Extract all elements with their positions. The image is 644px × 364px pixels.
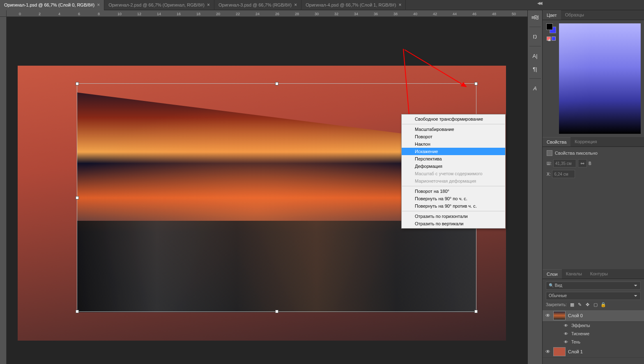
layer-row[interactable]: 👁 Слой 1 — [543, 346, 644, 358]
lock-transparency-icon[interactable]: ▩ — [569, 302, 575, 308]
height-label: В — [589, 161, 591, 166]
lock-artboard-icon[interactable]: ▢ — [593, 302, 598, 308]
lock-all-icon[interactable]: 🔒 — [600, 302, 606, 308]
properties-panel: Свойства пиксельно Ш: ⚯ В X: — [543, 147, 644, 184]
fg-bg-color[interactable] — [546, 23, 556, 33]
menu-item[interactable]: Повернуть на 90° по ч. с. — [402, 195, 505, 202]
menu-separator — [402, 211, 505, 211]
character-icon[interactable]: Ŋ — [531, 33, 540, 40]
document-tab[interactable]: Оригинал-3.psd @ 66,7% (RGB/8#) × — [214, 0, 301, 10]
layer-name: Слой 1 — [568, 349, 583, 354]
tab-label: Оригинал-4.psd @ 66,7% (Слой 1, RGB/8#) — [306, 2, 396, 7]
color-picker-field[interactable] — [559, 23, 641, 134]
menu-item[interactable]: Наклон — [402, 140, 505, 148]
link-dimensions-icon[interactable]: ⚯ — [578, 159, 587, 167]
lock-label: Закрепить: — [546, 302, 567, 307]
document-tab[interactable]: Оригинал-2.psd @ 66,7% (Оригинал, RGB/8#… — [104, 0, 214, 10]
color-preview — [552, 37, 556, 41]
blend-mode-dropdown[interactable]: Обычные⏷ — [546, 292, 641, 300]
canvas-area[interactable]: 0246810121416182022242628303234363840424… — [0, 10, 527, 364]
layer-name: Слой 0 — [568, 313, 583, 318]
visibility-icon[interactable]: 👁 — [545, 349, 551, 355]
document-tabs-bar: Оригинал-1.psd @ 66,7% (Слой 0, RGB/8#) … — [0, 0, 644, 10]
menu-item: Масштаб с учетом содержимого — [402, 170, 505, 177]
properties-title: Свойства пиксельно — [555, 151, 598, 156]
effect-name: Тиснение — [571, 332, 589, 336]
layer-thumbnail[interactable] — [553, 347, 566, 356]
menu-item[interactable]: Отразить по горизонтали — [402, 213, 505, 220]
tab-label: Оригинал-3.psd @ 66,7% (RGB/8#) — [218, 2, 292, 7]
menu-item[interactable]: Повернуть на 90° против ч. с. — [402, 202, 505, 210]
ruler-horizontal: 0246810121416182022242628303234363840424… — [7, 10, 527, 17]
right-panels: Цвет Образцы ▲ Свойства Коррекция — [542, 10, 644, 364]
close-icon[interactable]: × — [398, 2, 401, 8]
menu-item[interactable]: Поворот — [402, 133, 505, 140]
menu-item[interactable]: Деформация — [402, 163, 505, 170]
layer-thumbnail[interactable] — [553, 311, 566, 320]
transform-context-menu: Свободное трансформированиеМасштабирован… — [401, 114, 506, 229]
menu-separator — [402, 186, 505, 186]
menu-item[interactable]: Отразить по вертикали — [402, 220, 505, 227]
expand-panel-icon[interactable]: ◀◀ — [537, 1, 541, 5]
width-label: Ш: — [547, 161, 552, 166]
layers-list: 👁 Слой 0👁Эффекты👁Тиснение👁Тень👁 Слой 1 — [543, 310, 644, 364]
menu-item[interactable]: Искажение — [402, 148, 505, 155]
warning-icon: ▲ — [547, 37, 551, 41]
color-panel: ▲ — [543, 20, 644, 137]
x-label: X: — [547, 172, 550, 176]
menu-item[interactable]: Перспектива — [402, 155, 505, 163]
layer-effect-row[interactable]: 👁Тень — [543, 338, 644, 346]
document-tab[interactable]: Оригинал-1.psd @ 66,7% (Слой 0, RGB/8#) … — [0, 0, 104, 10]
layer-effect-row[interactable]: 👁Эффекты — [543, 322, 644, 330]
ruler-vertical — [0, 17, 7, 364]
visibility-icon[interactable]: 👁 — [563, 332, 569, 336]
menu-separator — [402, 124, 505, 124]
foreground-color-swatch[interactable] — [546, 23, 553, 30]
width-field[interactable] — [553, 159, 576, 167]
tab-layers[interactable]: Слои — [543, 269, 562, 279]
history-icon[interactable]: ≡₪ — [531, 14, 540, 21]
visibility-icon[interactable]: 👁 — [545, 313, 551, 318]
tab-channels[interactable]: Каналы — [562, 269, 586, 279]
effect-name: Тень — [571, 340, 580, 344]
ruler-corner — [0, 10, 7, 17]
layer-effect-row[interactable]: 👁Тиснение — [543, 330, 644, 338]
glyphs-icon[interactable]: A — [531, 85, 540, 92]
effect-name: Эффекты — [571, 323, 590, 328]
align-icon[interactable]: A| — [531, 52, 540, 60]
tab-color[interactable]: Цвет — [543, 10, 561, 20]
lock-position-icon[interactable]: ✥ — [585, 302, 591, 308]
tab-paths[interactable]: Контуры — [586, 269, 612, 279]
menu-item[interactable]: Свободное трансформирование — [402, 115, 505, 123]
close-icon[interactable]: × — [294, 2, 297, 8]
tab-adjustments[interactable]: Коррекция — [570, 137, 601, 147]
tab-swatches[interactable]: Образцы — [561, 10, 588, 20]
layers-panel: 🔍 Вид⏷ Обычные⏷ Закрепить: ▩ ✎ ✥ ▢ 🔒 — [543, 279, 644, 364]
x-field[interactable] — [552, 170, 575, 178]
pixel-layer-icon — [547, 150, 552, 156]
close-icon[interactable]: × — [97, 2, 100, 8]
close-icon[interactable]: × — [207, 2, 210, 8]
lock-pixels-icon[interactable]: ✎ — [577, 302, 583, 308]
menu-item[interactable]: Масштабирование — [402, 126, 505, 133]
tab-label: Оригинал-2.psd @ 66,7% (Оригинал, RGB/8#… — [108, 2, 205, 7]
tab-properties[interactable]: Свойства — [543, 137, 570, 147]
document-tab[interactable]: Оригинал-4.psd @ 66,7% (Слой 1, RGB/8#) … — [301, 0, 406, 10]
visibility-icon[interactable]: 👁 — [563, 323, 569, 328]
menu-item: Марионеточная деформация — [402, 177, 505, 185]
paragraph-icon[interactable]: ¶| — [531, 65, 540, 73]
visibility-icon[interactable]: 👁 — [563, 340, 569, 344]
collapsed-panel-strip: ◀◀ ≡₪ Ŋ A| ¶| A — [527, 10, 542, 364]
layer-row[interactable]: 👁 Слой 0 — [543, 310, 644, 322]
layer-filter-dropdown[interactable]: 🔍 Вид⏷ — [546, 282, 641, 290]
menu-item[interactable]: Поворот на 180° — [402, 188, 505, 195]
tab-label: Оригинал-1.psd @ 66,7% (Слой 0, RGB/8#) — [4, 2, 94, 7]
